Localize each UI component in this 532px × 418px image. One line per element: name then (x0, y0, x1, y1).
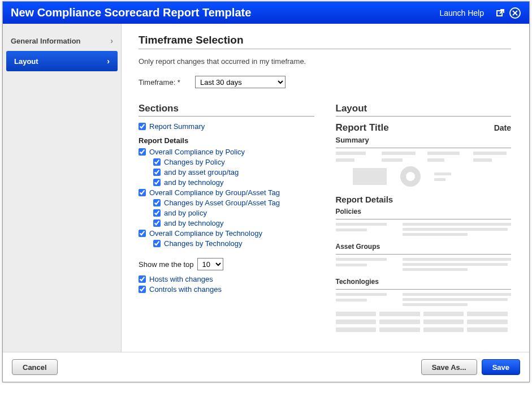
divider (336, 289, 512, 290)
checkbox[interactable] (153, 240, 161, 247)
preview-grid (336, 312, 512, 332)
checkbox[interactable] (139, 230, 146, 237)
cb-changes-policy[interactable]: Changes by Policy (153, 158, 314, 166)
checkbox[interactable] (139, 189, 146, 196)
chevron-right-icon: › (110, 36, 113, 45)
sidebar: General Information › Layout › (3, 24, 122, 352)
preview-summary-lines (336, 152, 512, 162)
checkbox[interactable] (139, 275, 146, 283)
dialog-title: New Compliance Scorecard Report Template (11, 6, 439, 19)
cb-changes-technology[interactable]: Changes by Technology (153, 239, 314, 248)
sections-column: Sections Report Summary Report Details O… (139, 103, 314, 332)
cb-by-technology[interactable]: and by technology (153, 178, 314, 187)
divider (336, 116, 512, 117)
save-as-button[interactable]: Save As... (421, 359, 477, 375)
sidebar-item-layout[interactable]: Layout › (6, 51, 118, 71)
dialog-window: New Compliance Scorecard Report Template… (2, 1, 530, 382)
footer: Cancel Save As... Save (3, 352, 529, 382)
donut-icon (400, 166, 421, 187)
cancel-button[interactable]: Cancel (12, 359, 58, 375)
timeframe-heading: Timeframe Selection (139, 34, 511, 46)
show-top-row: Show me the top 10 (139, 258, 314, 270)
checkbox[interactable] (153, 199, 161, 206)
checkbox[interactable] (139, 286, 146, 293)
cb-overall-group[interactable]: Overall Compliance by Group/Asset Tag (139, 188, 314, 197)
checkbox[interactable] (153, 179, 161, 186)
preview-date: Date (494, 123, 511, 132)
sections-heading: Sections (139, 103, 314, 114)
chevron-right-icon: › (107, 57, 110, 66)
timeframe-row: Timeframe: * Last 30 days (139, 76, 511, 88)
preview-technologies-label: Techonlogies (336, 278, 512, 286)
sidebar-item-general[interactable]: General Information › (3, 31, 121, 51)
popout-icon[interactable] (494, 7, 507, 19)
sidebar-item-label: Layout (14, 57, 38, 66)
two-columns: Sections Report Summary Report Details O… (139, 103, 511, 332)
preview-title: Report Title (336, 122, 389, 133)
timeframe-note: Only report changes that occurred in my … (139, 57, 511, 66)
cb-changes-group[interactable]: Changes by Asset Group/Asset Tag (153, 199, 314, 207)
cb-report-summary[interactable]: Report Summary (139, 122, 314, 131)
layout-column: Layout Report Title Date Summary (336, 103, 512, 332)
preview-policies-label: Policies (336, 208, 512, 216)
timeframe-select[interactable]: Last 30 days (195, 76, 286, 88)
main-panel: Timeframe Selection Only report changes … (122, 24, 529, 352)
show-top-select[interactable]: 10 (197, 258, 223, 270)
report-details-head: Report Details (139, 136, 314, 145)
close-icon[interactable] (509, 7, 521, 19)
preview-summary-chart (353, 166, 512, 187)
checkbox[interactable] (139, 123, 146, 130)
divider (336, 148, 512, 148)
preview-asset-groups-label: Asset Groups (336, 243, 512, 251)
divider (139, 49, 511, 49)
preview-report-details-label: Report Details (336, 195, 512, 204)
sidebar-item-label: General Information (11, 37, 81, 45)
titlebar: New Compliance Scorecard Report Template… (3, 2, 529, 24)
checkbox[interactable] (139, 148, 146, 156)
divider (336, 219, 512, 219)
preview-policies-lines (336, 223, 512, 236)
divider (336, 254, 512, 255)
show-top-label: Show me the top (139, 260, 194, 269)
layout-heading: Layout (336, 103, 512, 114)
preview-technologies-lines (336, 293, 512, 306)
cb-overall-policy[interactable]: Overall Compliance by Policy (139, 148, 314, 156)
checkbox[interactable] (153, 158, 161, 166)
cb-controls-changes[interactable]: Controls with changes (139, 285, 314, 294)
cb-hosts-changes[interactable]: Hosts with changes (139, 275, 314, 283)
timeframe-label: Timeframe: * (139, 78, 180, 87)
body-area: General Information › Layout › Timeframe… (3, 24, 529, 352)
cb-by-technology-2[interactable]: and by technology (153, 219, 314, 227)
cb-by-policy[interactable]: and by policy (153, 209, 314, 217)
checkbox[interactable] (153, 219, 161, 227)
launch-help-link[interactable]: Launch Help (439, 8, 484, 18)
divider (139, 116, 314, 117)
cb-by-asset-group[interactable]: and by asset group/tag (153, 168, 314, 176)
preview-assetgroups-lines (336, 258, 512, 271)
save-button[interactable]: Save (482, 359, 520, 375)
checkbox[interactable] (153, 169, 161, 176)
preview-summary-label: Summary (336, 136, 512, 144)
checkbox[interactable] (153, 209, 161, 217)
cb-overall-technology[interactable]: Overall Compliance by Technology (139, 229, 314, 238)
layout-preview: Report Title Date Summary (336, 122, 512, 332)
scroll-area[interactable]: Timeframe Selection Only report changes … (122, 24, 529, 352)
